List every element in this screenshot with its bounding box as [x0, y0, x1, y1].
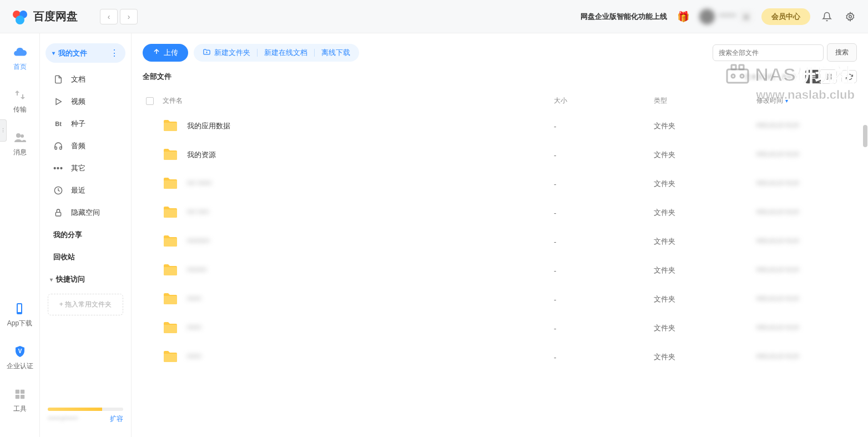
file-row[interactable]: *****-文件夹****-**-** **:** [143, 314, 857, 343]
nav-back-button[interactable]: ‹ [100, 9, 118, 24]
sidebar-item-headphone[interactable]: 音频 [46, 135, 125, 157]
bell-icon[interactable] [820, 10, 834, 23]
file-date: ****-**-** **:** [756, 267, 854, 275]
storage-text: ******/****** [48, 416, 78, 423]
search-button[interactable]: 搜索 [827, 43, 857, 62]
col-type[interactable]: 类型 [654, 96, 756, 106]
svg-text:V: V [18, 348, 22, 354]
rail-item-phone[interactable]: App下载 [7, 301, 32, 328]
offline-download-button[interactable]: 离线下载 [315, 44, 357, 62]
file-row[interactable]: 我的资源-文件夹****-**-** **:** [143, 140, 857, 169]
doc-icon [53, 74, 63, 84]
sidebar-item-label: 隐藏空间 [71, 208, 100, 218]
view-toggle [805, 69, 837, 84]
file-name: ***** [187, 353, 554, 361]
file-size: - [554, 267, 654, 275]
rail-item-grid[interactable]: 工具 [12, 386, 28, 414]
file-name: *** ***** [187, 180, 554, 188]
transfer-icon [12, 87, 28, 103]
sidebar-header[interactable]: ▾我的文件 ⋮ [46, 43, 125, 63]
file-row[interactable]: *****-文件夹****-**-** **:** [143, 343, 857, 371]
sidebar-item-label: 种子 [71, 119, 85, 129]
rail-item-contacts[interactable]: 消息 [12, 130, 28, 157]
side-collapse-handle[interactable]: ⋮ [0, 119, 7, 142]
col-date[interactable]: 修改时间▾ [756, 96, 854, 106]
file-date: ****-**-** **:** [756, 238, 854, 246]
svg-rect-15 [55, 212, 60, 216]
sidebar-item-doc[interactable]: 文档 [46, 68, 125, 91]
sidebar-item-label: 文档 [71, 74, 85, 84]
rail-item-shield[interactable]: V企业认证 [7, 344, 33, 371]
grid-view-button[interactable] [821, 70, 836, 83]
quick-access-dropzone[interactable]: + 拖入常用文件夹 [48, 294, 123, 315]
logo[interactable]: 百度网盘 [11, 8, 78, 26]
upload-button[interactable]: 上传 [143, 44, 188, 62]
breadcrumb[interactable]: 全部文件 [143, 72, 171, 82]
expand-storage-button[interactable]: 扩容 [110, 414, 123, 424]
sidebar-item-play[interactable]: 视频 [46, 91, 125, 113]
rail-label: 企业认证 [7, 361, 33, 371]
file-type: 文件夹 [654, 208, 756, 218]
svg-rect-19 [826, 74, 829, 77]
scrollbar[interactable] [863, 125, 867, 147]
file-type: 文件夹 [654, 294, 756, 304]
search-input[interactable] [713, 44, 824, 61]
file-type: 文件夹 [654, 150, 756, 160]
file-size: - [554, 353, 654, 361]
file-name: ***** [187, 324, 554, 333]
load-status: 已全部加载，共9个 [745, 73, 797, 81]
rail-item-transfer[interactable]: 传输 [12, 87, 28, 114]
sidebar-item-lock[interactable]: 隐藏空间 [46, 202, 125, 224]
file-row[interactable]: *******-文件夹****-**-** **:** [143, 256, 857, 285]
file-row[interactable]: *** ****-文件夹****-**-** **:** [143, 198, 857, 227]
svg-rect-21 [826, 77, 829, 79]
svg-rect-17 [811, 76, 816, 77]
sidebar-more-icon[interactable]: ⋮ [110, 48, 119, 58]
sidebar-item-label: 音频 [71, 141, 85, 151]
sidebar-recycle[interactable]: 回收站 [46, 246, 125, 268]
file-date: ****-**-** **:** [756, 324, 854, 333]
settings-icon[interactable] [844, 10, 857, 23]
vip-center-button[interactable]: 会员中心 [761, 8, 810, 25]
rail-item-cloud[interactable]: 首页 [12, 44, 28, 72]
promo-text[interactable]: 网盘企业版智能化功能上线 [581, 12, 667, 22]
rail-label: 工具 [13, 404, 27, 414]
file-row[interactable]: ********-文件夹****-**-** **:** [143, 227, 857, 256]
sidebar-share[interactable]: 我的分享 [46, 224, 125, 246]
user-name: ****** [719, 12, 736, 21]
svg-rect-25 [739, 65, 744, 69]
user-area[interactable]: ****** ◆ [699, 9, 751, 24]
sidebar-quick-access[interactable]: ▾ 快捷访问 [46, 268, 125, 290]
svg-rect-7 [18, 304, 21, 312]
select-all-checkbox[interactable] [146, 97, 154, 105]
chevron-down-icon: ▾ [52, 50, 55, 56]
svg-rect-12 [20, 395, 24, 399]
sidebar-item-clock[interactable]: 最近 [46, 179, 125, 202]
sidebar-item-bt[interactable]: Bt种子 [46, 113, 125, 135]
file-type: 文件夹 [654, 179, 756, 189]
new-online-doc-button[interactable]: 新建在线文档 [258, 44, 314, 62]
file-date: ****-**-** **:** [756, 151, 854, 159]
lock-icon [53, 208, 63, 218]
refresh-button[interactable] [841, 70, 857, 83]
table-header: 文件名 大小 类型 修改时间▾ [143, 91, 857, 112]
svg-rect-10 [20, 390, 24, 394]
nav-forward-button[interactable]: › [120, 9, 138, 24]
col-size[interactable]: 大小 [554, 96, 654, 106]
col-name[interactable]: 文件名 [163, 96, 554, 106]
sidebar-item-more[interactable]: •••其它 [46, 157, 125, 179]
folder-icon [163, 263, 179, 278]
list-view-button[interactable] [805, 70, 821, 83]
folder-icon [163, 205, 179, 220]
file-row[interactable]: *** *****-文件夹****-**-** **:** [143, 169, 857, 198]
file-row[interactable]: *****-文件夹****-**-** **:** [143, 285, 857, 314]
file-row[interactable]: 我的应用数据-文件夹****-**-** **:** [143, 112, 857, 140]
new-folder-button[interactable]: 新建文件夹 [196, 44, 257, 62]
new-folder-label: 新建文件夹 [214, 48, 250, 58]
svg-rect-20 [829, 74, 831, 77]
headphone-icon [53, 141, 63, 151]
sidebar-item-label: 视频 [71, 97, 85, 107]
gift-icon[interactable]: 🎁 [677, 11, 689, 23]
svg-point-5 [21, 134, 24, 138]
play-icon [53, 97, 63, 107]
